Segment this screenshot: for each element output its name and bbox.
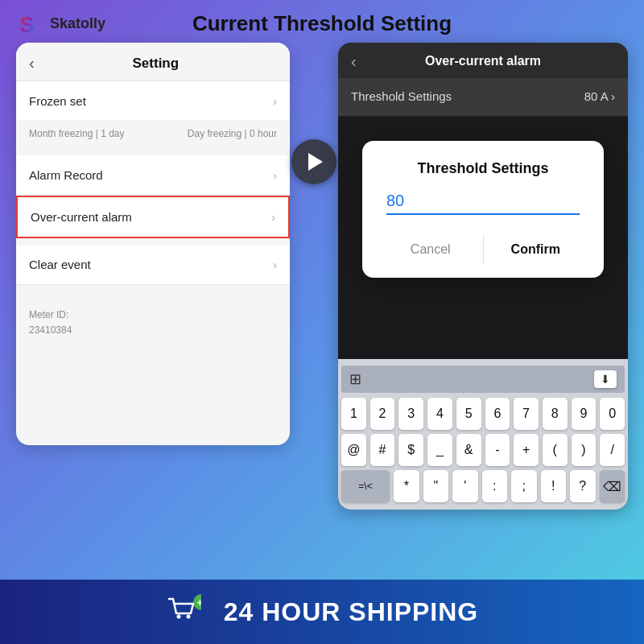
right-topbar-title: Over-current alarm [425, 54, 541, 68]
over-current-alarm-label: Over-current alarm [31, 210, 132, 224]
modal-overlay: Threshold Settings 80 Cancel Confirm [338, 117, 628, 359]
svg-point-5 [186, 615, 190, 619]
key-equals-backslash[interactable]: =\< [341, 470, 390, 502]
key-dollar[interactable]: $ [398, 434, 423, 466]
keyboard-row-symbols1: @ # $ _ & - + ( ) / [341, 434, 625, 466]
bottom-banner: + 24 HOUR SHIPPING [0, 580, 644, 644]
threshold-settings-label: Threshold Settings [351, 89, 452, 103]
svg-text:+: + [196, 597, 201, 609]
modal-input-value[interactable]: 80 [386, 192, 404, 209]
logo-area: S Skatolly [16, 10, 105, 39]
left-back-button[interactable]: ‹ [29, 54, 35, 72]
key-7[interactable]: 7 [514, 398, 539, 430]
cart-icon: + [166, 592, 201, 628]
skatolly-logo-icon: S [16, 10, 45, 39]
modal-input-row: 80 [386, 192, 580, 215]
modal-buttons: Cancel Confirm [378, 231, 588, 265]
meter-id-key: Meter ID: [29, 309, 68, 320]
right-back-button[interactable]: ‹ [351, 52, 357, 71]
play-button-area [290, 43, 338, 184]
right-topbar: ‹ Over-current alarm [338, 43, 628, 76]
key-3[interactable]: 3 [398, 398, 423, 430]
key-minus[interactable]: - [485, 434, 510, 466]
meter-id-label: Meter ID: 23410384 [29, 308, 277, 338]
alarm-record-chevron: › [273, 169, 277, 182]
play-triangle-icon [308, 153, 323, 171]
phones-row: ‹ Setting Frozen set › Month freezing | … [0, 43, 644, 510]
key-open-paren[interactable]: ( [543, 434, 568, 466]
key-exclaim[interactable]: ! [541, 470, 567, 502]
frozen-set-label: Frozen set [29, 94, 86, 108]
modal-cancel-button[interactable]: Cancel [378, 234, 483, 265]
key-2[interactable]: 2 [370, 398, 395, 430]
header: S Skatolly Current Threshold Setting [0, 0, 644, 43]
keyboard-toolbar: ⊞ ⬇ [341, 365, 625, 393]
alarm-record-label: Alarm Record [29, 168, 103, 182]
key-colon[interactable]: : [482, 470, 508, 502]
keyboard-area: ⊞ ⬇ 1 2 3 4 5 6 7 8 9 0 @ # $ _ [338, 359, 628, 510]
left-topbar: ‹ Setting [16, 43, 290, 81]
clear-event-label: Clear event [29, 258, 91, 271]
banner-text: 24 HOUR SHIPPING [224, 597, 479, 627]
key-underscore[interactable]: _ [427, 434, 452, 466]
clear-event-chevron: › [273, 258, 277, 271]
frozen-set-chevron: › [273, 95, 277, 108]
key-6[interactable]: 6 [485, 398, 510, 430]
key-single-quote[interactable]: ' [452, 470, 478, 502]
key-9[interactable]: 9 [572, 398, 597, 430]
over-current-alarm-menu-item[interactable]: Over-current alarm › [16, 196, 290, 238]
key-4[interactable]: 4 [427, 398, 452, 430]
modal-confirm-button[interactable]: Confirm [484, 234, 588, 265]
svg-text:S: S [19, 12, 35, 37]
key-5[interactable]: 5 [456, 398, 481, 430]
key-backspace[interactable]: ⌫ [600, 470, 625, 502]
key-asterisk[interactable]: * [394, 470, 419, 502]
key-ampersand[interactable]: & [456, 434, 481, 466]
key-question[interactable]: ? [570, 470, 596, 502]
svg-point-4 [176, 615, 180, 619]
day-freeze-text: Day freezing | 0 hour [188, 128, 277, 139]
key-slash[interactable]: / [600, 434, 625, 466]
keyboard-row-numbers: 1 2 3 4 5 6 7 8 9 0 [341, 398, 625, 430]
left-phone-panel: ‹ Setting Frozen set › Month freezing | … [16, 43, 290, 445]
play-button[interactable] [291, 139, 336, 184]
right-phone-panel: ‹ Over-current alarm Threshold Settings … [338, 43, 628, 510]
keyboard-dismiss-button[interactable]: ⬇ [594, 370, 617, 388]
key-8[interactable]: 8 [543, 398, 568, 430]
key-0[interactable]: 0 [600, 398, 625, 430]
frozen-set-menu-item[interactable]: Frozen set › [16, 81, 290, 122]
key-at[interactable]: @ [341, 434, 366, 466]
alarm-record-menu-item[interactable]: Alarm Record › [16, 155, 290, 196]
meter-info: Meter ID: 23410384 [16, 295, 290, 351]
brand-name: Skatolly [50, 15, 105, 32]
cart-icon-wrap: + [166, 592, 201, 631]
key-plus[interactable]: + [514, 434, 539, 466]
month-freeze-text: Month freezing | 1 day [29, 128, 125, 139]
threshold-settings-value: 80 A › [584, 89, 615, 103]
over-current-alarm-chevron: › [271, 211, 275, 224]
threshold-modal: Threshold Settings 80 Cancel Confirm [362, 141, 604, 278]
threshold-settings-row[interactable]: Threshold Settings 80 A › [338, 78, 628, 115]
modal-title: Threshold Settings [378, 160, 588, 177]
page-title: Current Threshold Setting [192, 11, 452, 36]
clear-event-menu-item[interactable]: Clear event › [16, 245, 290, 285]
left-topbar-title: Setting [35, 56, 277, 72]
frozen-set-sub: Month freezing | 1 day Day freezing | 0 … [16, 122, 290, 149]
key-1[interactable]: 1 [341, 398, 366, 430]
key-semicolon[interactable]: ; [511, 470, 537, 502]
key-hash[interactable]: # [370, 434, 395, 466]
key-double-quote[interactable]: " [423, 470, 449, 502]
keyboard-row-symbols2: =\< * " ' : ; ! ? ⌫ [341, 470, 625, 502]
keyboard-grid-icon[interactable]: ⊞ [349, 370, 361, 388]
meter-id-value: 23410384 [29, 324, 72, 336]
key-close-paren[interactable]: ) [572, 434, 597, 466]
